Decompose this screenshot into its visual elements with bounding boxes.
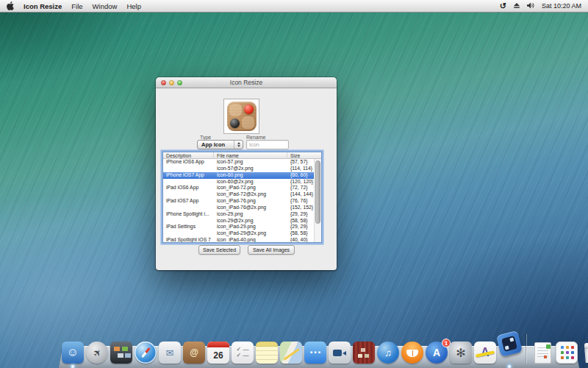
table-row[interactable]: icon_iPad-72@2x.png{144, 144}	[163, 191, 314, 198]
table-row[interactable]: icon_iPad-76@2x.png{152, 152}	[163, 205, 314, 211]
maps-dock-icon[interactable]	[280, 342, 302, 364]
menu-bar: Icon Resize File Window Help ↺ Sat 10:20…	[0, 0, 588, 13]
notes-dock-icon[interactable]	[256, 342, 278, 364]
launchpad-dock-icon[interactable]: ✈	[86, 342, 108, 364]
reminders-dock-icon[interactable]: ✓ — ✓ —	[232, 342, 254, 364]
save-selected-button[interactable]: Save Selected	[198, 245, 240, 255]
file-table-body: iPhone iOS6 Appicon-57.png{57, 57}icon-5…	[163, 159, 314, 242]
table-row[interactable]: icon-60@2x.png{120, 120}	[163, 179, 314, 185]
row-filename: icon_iPad-40.png	[214, 237, 287, 243]
menu-file[interactable]: File	[71, 2, 82, 10]
volume-icon[interactable]	[527, 2, 535, 10]
close-button[interactable]	[161, 80, 166, 85]
facetime-glyph	[329, 342, 351, 364]
row-description	[163, 205, 214, 211]
table-row[interactable]: iPad iOS7 Appicon_iPad-76.png{76, 76}	[163, 198, 314, 205]
itunes-glyph: ♫	[377, 342, 399, 364]
documents-stack-dock-icon[interactable]	[531, 342, 553, 364]
scrollbar-thumb[interactable]	[315, 160, 320, 224]
menu-bar-clock[interactable]: Sat 10:20 AM	[542, 2, 581, 10]
screen: Icon Resize File Window Help ↺ Sat 10:20…	[0, 0, 588, 368]
mail-dock-icon[interactable]: ✉	[159, 342, 181, 364]
trash-glyph	[580, 342, 588, 364]
column-header-filename[interactable]: File name	[214, 152, 287, 159]
photo-booth-dock-icon[interactable]	[353, 342, 375, 364]
window-controls	[161, 80, 182, 85]
row-description: iPad iOS7 App	[163, 198, 214, 205]
ibooks-dock-icon[interactable]	[401, 342, 423, 364]
table-row[interactable]: iPad iOS6 Appicon_iPad-72.png{72, 72}	[163, 185, 314, 191]
messages-dock-icon[interactable]: …	[304, 342, 326, 364]
dock: ☺✈✉@26✓ — ✓ —…♫A1✻A	[62, 334, 588, 364]
applications-stack-glyph	[556, 342, 577, 363]
table-header: Description File name Size	[163, 152, 321, 159]
menu-window[interactable]: Window	[93, 2, 118, 10]
facetime-dock-icon[interactable]	[329, 342, 351, 364]
contacts-dock-icon[interactable]: @	[183, 342, 205, 364]
menu-help[interactable]: Help	[126, 2, 141, 10]
column-header-description[interactable]: Description	[163, 152, 214, 159]
itunes-dock-icon[interactable]: ♫	[377, 342, 399, 364]
row-filename: icon-57@2x.png	[214, 166, 287, 172]
app-menu-title[interactable]: Icon Resize	[24, 2, 62, 10]
row-filename: icon_iPad-72@2x.png	[214, 191, 287, 198]
table-row[interactable]: icon-57@2x.png{114, 114}	[163, 166, 314, 172]
row-filename: icon_iPad-72.png	[214, 185, 287, 191]
rename-input[interactable]	[246, 140, 289, 149]
table-row[interactable]: icon-29@2x.png{58, 58}	[163, 218, 314, 224]
contacts-glyph: @	[183, 342, 205, 364]
finder-dock-icon[interactable]: ☺	[62, 342, 84, 364]
applications-stack-dock-icon[interactable]	[556, 342, 578, 364]
notes-glyph	[256, 342, 278, 364]
type-popup-button[interactable]: App Icon	[197, 140, 243, 149]
ibooks-glyph	[401, 342, 423, 364]
maps-glyph	[280, 342, 302, 364]
calendar-day-number: 26	[207, 347, 229, 364]
row-description: iPhone iOS7 App	[163, 172, 214, 179]
row-filename: icon_iPad-29.png	[214, 224, 287, 230]
minimize-button[interactable]	[169, 80, 174, 85]
table-row[interactable]: icon_iPad-29@2x.png{58, 58}	[163, 230, 314, 237]
save-all-images-button[interactable]: Save All Images	[248, 245, 295, 255]
mission-control-glyph	[110, 342, 132, 364]
time-machine-icon[interactable]: ↺	[500, 2, 506, 10]
column-header-size[interactable]: Size	[287, 152, 322, 159]
letter-a-app-glyph: A	[474, 342, 496, 364]
table-row[interactable]: iPad Settingsicon_iPad-29.png{29, 29}	[163, 224, 314, 230]
table-row[interactable]: iPhone iOS6 Appicon-57.png{57, 57}	[163, 159, 314, 166]
safari-dock-icon[interactable]	[135, 342, 157, 364]
window-title: Icon Resize	[230, 79, 262, 86]
rename-label: Rename	[246, 135, 265, 140]
row-description	[163, 179, 214, 185]
table-row[interactable]: iPhone iOS7 Appicon-60.png{60, 60}	[163, 172, 314, 179]
messages-glyph: …	[304, 342, 326, 364]
mission-control-dock-icon[interactable]	[110, 342, 132, 364]
window-title-bar[interactable]: Icon Resize	[156, 77, 337, 88]
menu-bar-left: Icon Resize File Window Help	[7, 1, 141, 10]
table-row[interactable]: iPad Spotlight iOS 7icon_iPad-40.png{40,…	[163, 237, 314, 243]
icon-preview-frame	[223, 99, 259, 134]
icon-resize-dock-icon[interactable]	[498, 342, 520, 364]
row-description: iPad Spotlight iOS 7	[163, 237, 214, 243]
apple-menu-icon[interactable]	[7, 1, 14, 10]
system-preferences-dock-icon[interactable]: ✻	[450, 342, 472, 364]
trash-dock-icon[interactable]	[580, 342, 588, 364]
type-label: Type	[200, 135, 211, 140]
row-filename: icon_iPad-76@2x.png	[214, 205, 287, 211]
table-row[interactable]: iPhone Spotlight i...icon-29.png{29, 29}	[163, 211, 314, 218]
launchpad-glyph: ✈	[82, 337, 112, 368]
row-filename: icon_iPad-76.png	[214, 198, 287, 205]
letter-a-app-dock-icon[interactable]: A	[474, 342, 496, 364]
calendar-dock-icon[interactable]: 26	[207, 342, 229, 364]
menu-bar-status: ↺ Sat 10:20 AM	[500, 2, 581, 10]
dock-separator	[526, 334, 526, 364]
row-description	[163, 230, 214, 237]
table-scrollbar[interactable]	[314, 159, 321, 242]
icon-resize-window: Icon Resize Type Rename App Icon Descrip…	[156, 77, 337, 270]
row-filename: icon-60.png	[214, 172, 287, 179]
app-store-dock-icon[interactable]: A1	[426, 342, 448, 364]
zoom-button[interactable]	[177, 80, 182, 85]
safari-glyph	[135, 342, 157, 364]
eject-icon[interactable]	[513, 2, 520, 10]
red-checker-piece	[244, 105, 254, 114]
